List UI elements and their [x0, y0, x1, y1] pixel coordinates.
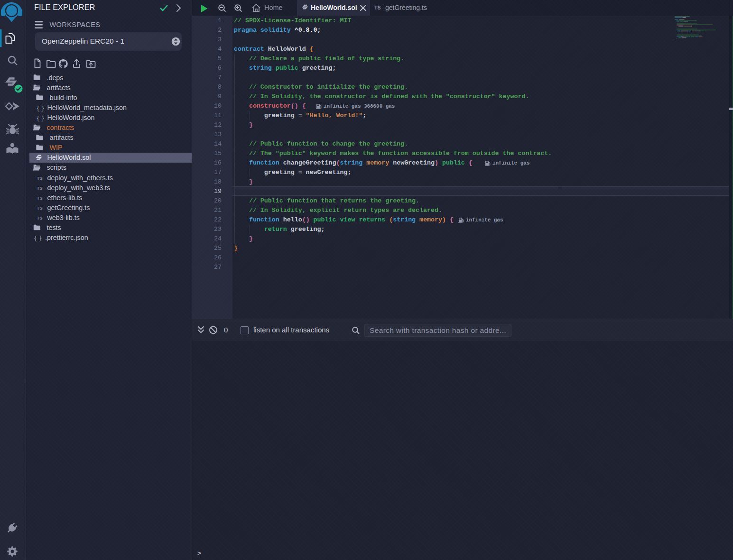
- svg-text:TS: TS: [37, 205, 43, 211]
- svg-text:TS: TS: [37, 215, 43, 220]
- svg-text:{ }: { }: [37, 105, 45, 112]
- svg-text:{ }: { }: [34, 235, 42, 242]
- svg-text:TS: TS: [37, 195, 43, 201]
- svg-text:TS: TS: [37, 185, 43, 191]
- svg-text:TS: TS: [37, 175, 43, 181]
- svg-text:{ }: { }: [37, 115, 45, 122]
